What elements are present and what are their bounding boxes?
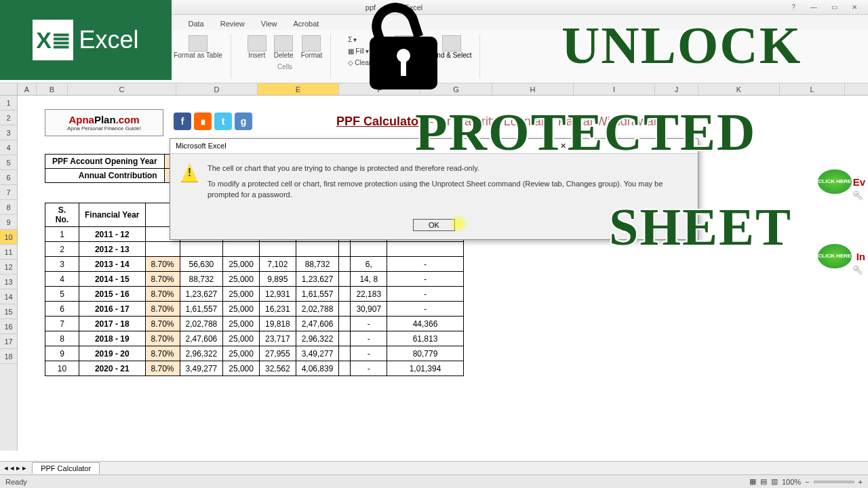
zoom-in-button[interactable]: + bbox=[859, 478, 863, 486]
table-cell[interactable]: 2017 - 18 bbox=[79, 317, 146, 331]
table-cell[interactable]: 25,000 bbox=[223, 302, 260, 317]
table-cell[interactable] bbox=[339, 272, 351, 287]
table-cell[interactable]: 9 bbox=[45, 346, 79, 361]
table-cell[interactable]: 56,630 bbox=[180, 257, 223, 272]
table-cell[interactable]: 2015 - 16 bbox=[79, 287, 146, 302]
table-cell[interactable]: 25,000 bbox=[223, 287, 260, 302]
table-cell[interactable]: 10 bbox=[45, 361, 79, 376]
table-cell[interactable] bbox=[339, 242, 351, 257]
insert-button[interactable]: Insert bbox=[245, 34, 269, 60]
maximize-button[interactable]: ▭ bbox=[825, 2, 844, 13]
col-header-L[interactable]: L bbox=[780, 83, 845, 95]
table-cell[interactable]: 2,96,322 bbox=[180, 346, 223, 361]
table-cell[interactable]: - bbox=[387, 302, 464, 317]
table-cell[interactable]: 30,907 bbox=[351, 302, 387, 317]
col-header-A[interactable]: A bbox=[18, 83, 37, 95]
row-header-11[interactable]: 11 bbox=[0, 245, 17, 260]
row-header-7[interactable]: 7 bbox=[0, 185, 17, 200]
table-cell[interactable]: 23,717 bbox=[259, 331, 296, 346]
row-header-18[interactable]: 18 bbox=[0, 349, 17, 364]
rss-icon[interactable]: ∎ bbox=[194, 113, 212, 130]
google-icon[interactable]: g bbox=[235, 113, 252, 130]
table-cell[interactable] bbox=[339, 317, 351, 331]
table-cell[interactable]: 8 bbox=[45, 331, 79, 346]
table-cell[interactable]: 3 bbox=[45, 257, 79, 272]
table-cell[interactable]: - bbox=[351, 361, 387, 376]
zoom-slider[interactable] bbox=[814, 481, 854, 483]
row-header-8[interactable]: 8 bbox=[0, 200, 17, 215]
dialog-ok-button[interactable]: OK bbox=[413, 219, 455, 231]
table-cell[interactable]: 2013 - 14 bbox=[79, 257, 146, 272]
table-cell[interactable]: 1,23,627 bbox=[296, 272, 339, 287]
table-cell[interactable]: 2019 - 20 bbox=[79, 346, 146, 361]
table-cell[interactable]: 44,366 bbox=[387, 317, 464, 331]
table-cell[interactable]: 8.70% bbox=[145, 287, 180, 302]
sheet-tab-ppf[interactable]: PPF Calculator bbox=[32, 462, 100, 474]
col-header-J[interactable]: J bbox=[655, 83, 698, 95]
table-cell[interactable]: 7,102 bbox=[259, 257, 296, 272]
col-header-B[interactable]: B bbox=[37, 83, 68, 95]
table-cell[interactable]: 2018 - 19 bbox=[79, 331, 146, 346]
table-cell[interactable]: 80,779 bbox=[387, 346, 464, 361]
row-header-1[interactable]: 1 bbox=[0, 96, 17, 110]
table-cell[interactable]: 2,02,788 bbox=[296, 302, 339, 317]
row-header-4[interactable]: 4 bbox=[0, 140, 17, 155]
table-cell[interactable]: 1,23,627 bbox=[180, 287, 223, 302]
table-cell[interactable]: 19,818 bbox=[259, 317, 296, 331]
table-cell[interactable] bbox=[339, 361, 351, 376]
table-cell[interactable]: 25,000 bbox=[223, 257, 260, 272]
col-header-C[interactable]: C bbox=[68, 83, 176, 95]
table-cell[interactable]: - bbox=[387, 272, 464, 287]
tab-view[interactable]: View bbox=[254, 17, 285, 30]
col-header-I[interactable]: I bbox=[574, 83, 655, 95]
table-cell[interactable] bbox=[387, 242, 464, 257]
table-cell[interactable] bbox=[223, 242, 260, 257]
tab-review[interactable]: Review bbox=[213, 17, 252, 30]
table-cell[interactable]: 22,183 bbox=[351, 287, 387, 302]
table-cell[interactable]: 2,96,322 bbox=[296, 331, 339, 346]
table-cell[interactable]: 2014 - 15 bbox=[79, 272, 146, 287]
row-header-6[interactable]: 6 bbox=[0, 170, 17, 185]
table-cell[interactable] bbox=[145, 242, 180, 257]
table-cell[interactable]: 8.70% bbox=[145, 331, 180, 346]
table-cell[interactable] bbox=[351, 242, 387, 257]
row-header-5[interactable]: 5 bbox=[0, 155, 17, 170]
view-normal-icon[interactable]: ▦ bbox=[749, 477, 756, 486]
table-cell[interactable]: 9,895 bbox=[259, 272, 296, 287]
table-cell[interactable]: 16,231 bbox=[259, 302, 296, 317]
tab-acrobat[interactable]: Acrobat bbox=[285, 17, 326, 30]
col-header-K[interactable]: K bbox=[698, 83, 780, 95]
row-header-3[interactable]: 3 bbox=[0, 125, 17, 140]
table-cell[interactable]: 88,732 bbox=[296, 257, 339, 272]
table-cell[interactable]: 2,47,606 bbox=[296, 317, 339, 331]
help-button[interactable]: ? bbox=[784, 2, 803, 13]
table-cell[interactable]: 8.70% bbox=[145, 317, 180, 331]
close-button[interactable]: ✕ bbox=[845, 2, 864, 13]
table-cell[interactable]: 32,562 bbox=[259, 361, 296, 376]
table-cell[interactable]: - bbox=[351, 346, 387, 361]
format-as-table-button[interactable]: Format as Table bbox=[171, 34, 225, 60]
table-cell[interactable] bbox=[296, 242, 339, 257]
table-cell[interactable]: 1,01,394 bbox=[387, 361, 464, 376]
table-cell[interactable]: 3,49,277 bbox=[296, 346, 339, 361]
table-cell[interactable]: 4 bbox=[45, 272, 79, 287]
table-cell[interactable] bbox=[259, 242, 296, 257]
table-cell[interactable] bbox=[339, 257, 351, 272]
table-cell[interactable]: 25,000 bbox=[223, 272, 260, 287]
row-header-12[interactable]: 12 bbox=[0, 260, 17, 274]
row-header-2[interactable]: 2 bbox=[0, 110, 17, 125]
table-cell[interactable]: 6 bbox=[45, 302, 79, 317]
facebook-icon[interactable]: f bbox=[174, 113, 191, 130]
table-cell[interactable]: - bbox=[387, 287, 464, 302]
row-header-9[interactable]: 9 bbox=[0, 215, 17, 230]
table-cell[interactable]: 1 bbox=[45, 227, 79, 242]
table-cell[interactable]: 25,000 bbox=[223, 346, 260, 361]
table-cell[interactable]: - bbox=[387, 257, 464, 272]
table-cell[interactable]: 5 bbox=[45, 287, 79, 302]
table-cell[interactable]: 2,02,788 bbox=[180, 317, 223, 331]
table-cell[interactable]: 14, 8 bbox=[351, 272, 387, 287]
table-cell[interactable]: 27,955 bbox=[259, 346, 296, 361]
table-cell[interactable] bbox=[339, 287, 351, 302]
table-cell[interactable]: 61,813 bbox=[387, 331, 464, 346]
table-cell[interactable]: 8.70% bbox=[145, 346, 180, 361]
